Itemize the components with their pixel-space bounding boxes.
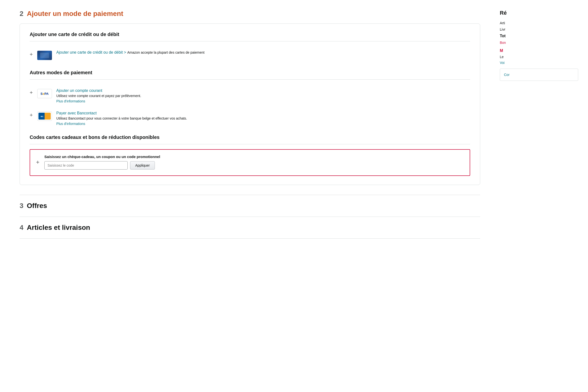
bancontact-icon: BC — [37, 112, 52, 121]
payment-box: Ajouter une carte de crédit ou de débit … — [20, 24, 480, 185]
sidebar: Ré Arti Livr Tot Bon M Le Voi — [495, 0, 588, 392]
sepa-text: Ajouter un compte courant Utilisez votre… — [56, 88, 470, 103]
bancontact-text: Payer avec Bancontact Utilisez Bancontac… — [56, 111, 470, 126]
sepa-plus-icon[interactable]: + — [30, 90, 33, 96]
step-2-header: 2 Ajouter un mode de paiement — [20, 10, 480, 18]
promo-input-row: Appliquer — [44, 161, 464, 170]
credit-card-heading: Ajouter une carte de crédit ou de débit — [30, 32, 470, 37]
promo-code-input[interactable] — [44, 161, 128, 170]
sepa-logo-text: SePA — [40, 92, 48, 96]
promo-content: Saisissez un chèque-cadeau, un coupon ou… — [44, 154, 464, 170]
sepa-icon: SePA — [37, 89, 52, 98]
credit-card-link[interactable]: Ajouter une carte de crédit ou de débit … — [56, 50, 128, 54]
sidebar-title: Ré — [500, 10, 578, 16]
promo-plus-icon: + — [36, 159, 40, 166]
promo-label: Saisissez un chèque-cadeau, un coupon ou… — [44, 154, 464, 159]
svg-rect-1 — [44, 114, 50, 118]
credit-card-text: Ajouter une carte de crédit ou de débit … — [56, 50, 470, 55]
sidebar-livraison-row: Livr — [500, 28, 578, 31]
sidebar-mention-title: M — [500, 48, 578, 53]
bancontact-logo: BC — [38, 113, 51, 120]
page-wrapper: 2 Ajouter un mode de paiement Ajouter un… — [0, 0, 588, 392]
svg-text:BC: BC — [41, 116, 44, 118]
step-4-title: Articles et livraison — [27, 224, 90, 232]
promo-box: + Saisissez un chèque-cadeau, un coupon … — [30, 149, 470, 176]
bancontact-row: + BC Payer avec Bancontact Utilisez Banc… — [30, 107, 470, 130]
sidebar-articles-row: Arti — [500, 21, 578, 25]
sepa-link[interactable]: Ajouter un compte courant — [56, 88, 102, 92]
bancontact-plus-icon[interactable]: + — [30, 112, 33, 118]
credit-card-icon — [37, 51, 52, 60]
step-3-row: 3 Offres — [20, 195, 480, 216]
sidebar-continue-text[interactable]: Cor — [504, 73, 510, 77]
divider-1 — [30, 41, 470, 42]
sidebar-continue-box: Cor — [500, 68, 578, 81]
step-3-title: Offres — [27, 202, 47, 210]
bancontact-subtitle: Utilisez Bancontact pour vous connecter … — [56, 116, 470, 120]
step-4-number: 4 — [20, 224, 24, 232]
credit-card-row: + Ajouter une carte de crédit ou de débi… — [30, 46, 470, 64]
main-content: 2 Ajouter un mode de paiement Ajouter un… — [0, 0, 495, 392]
step-3-number: 3 — [20, 202, 24, 210]
step-2-title: Ajouter un mode de paiement — [27, 10, 124, 18]
step-2-number: 2 — [20, 10, 24, 18]
sidebar-mention-text: Le — [500, 55, 578, 59]
apply-button[interactable]: Appliquer — [130, 161, 155, 170]
sepa-row: + SePA Ajouter un compte courant Utilise… — [30, 84, 470, 107]
sidebar-articles-label: Arti — [500, 21, 505, 25]
credit-card-anchor[interactable]: Ajouter une carte de crédit ou de débit … — [56, 50, 128, 54]
sepa-info-link[interactable]: Plus d'informations — [56, 99, 470, 103]
credit-card-plus-icon[interactable]: + — [30, 51, 33, 58]
sidebar-livraison-label: Livr — [500, 28, 506, 31]
sidebar-bonus: Bon — [500, 41, 578, 44]
sidebar-total-label: Tot — [500, 34, 506, 38]
credit-card-subtitle: Amazon accepte la plupart des cartes de … — [127, 50, 204, 54]
sepa-subtitle: Utilisez votre compte courant et payez p… — [56, 94, 470, 98]
sidebar-total-row: Tot — [500, 34, 578, 38]
sidebar-voir-link[interactable]: Voi — [500, 61, 504, 65]
gift-section-heading: Codes cartes cadeaux et bons de réductio… — [30, 134, 470, 140]
step-4-row: 4 Articles et livraison — [20, 216, 480, 239]
bancontact-svg: BC — [40, 114, 50, 118]
bancontact-link[interactable]: Payer avec Bancontact — [56, 111, 97, 115]
divider-3 — [30, 144, 470, 144]
other-methods-heading: Autres modes de paiement — [30, 70, 470, 76]
bancontact-info-link[interactable]: Plus d'informations — [56, 122, 470, 126]
